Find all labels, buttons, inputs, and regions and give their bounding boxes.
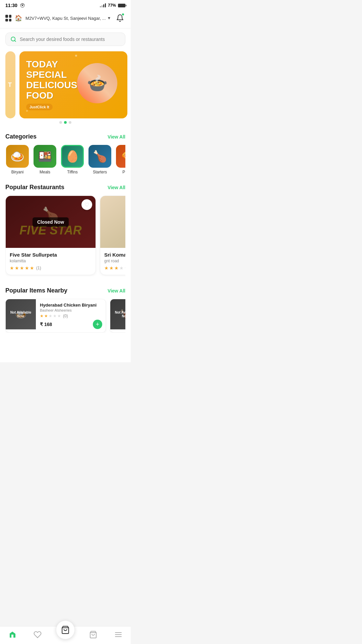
star-3: ★ [114, 265, 119, 271]
svg-line-3 [23, 4, 24, 5]
category-starters-img: 🍗 [88, 145, 111, 168]
search-icon [10, 36, 16, 42]
item-biryani-info: Hyderabad Chicken Biryani Basheer Alshee… [36, 299, 106, 332]
location-selector[interactable]: M2V7+WVQ, Kapu St, Sanjeevi Nagar, ... ▼ [25, 16, 111, 21]
dot-3 [69, 121, 71, 124]
signal-icon [100, 3, 106, 7]
star-4: ★ [25, 265, 29, 271]
battery-icon [118, 4, 125, 7]
star-3: ★ [20, 265, 24, 271]
category-pizza-img: 🍕 [116, 145, 125, 168]
not-available-overlay-2: Not Available Now [110, 299, 125, 329]
restaurant-fivestar-name: Five Star Sullurpeta [10, 252, 92, 258]
category-biryani[interactable]: 🍛 Biryani [5, 145, 29, 174]
popular-item-biryani[interactable]: 🍛 Not Available Now Hyderabad Chicken Bi… [5, 299, 106, 333]
star-2: ★ [109, 265, 114, 271]
category-biryani-img: 🍛 [6, 145, 29, 168]
grid-icon[interactable] [5, 15, 11, 21]
home-icon[interactable]: 🏠 [15, 14, 22, 22]
notification-badge [121, 13, 125, 16]
banner-brand: JustClick It [26, 104, 53, 110]
banner-section: T TODAY SPECIAL DELICIOUS FOOD JustClick… [0, 51, 131, 128]
star-1: ★ [10, 265, 14, 271]
restaurant-fivestar-img: 🍗 FIVE STAR Closed Now ♡ [6, 196, 96, 248]
location-text: M2V7+WVQ, Kapu St, Sanjeevi Nagar, ... [25, 16, 106, 21]
restaurants-header: Popular Restaurants View All [5, 184, 125, 191]
categories-list: 🍛 Biryani 🍱 Meals 🥚 Tiffins 🍗 Starters 🍕… [5, 145, 125, 176]
category-starters[interactable]: 🍗 Starters [88, 145, 112, 174]
category-pizza-label: Pizza [122, 170, 125, 174]
restaurant-fivestar-location: kolamitta [10, 259, 92, 263]
notification-button[interactable] [115, 12, 126, 24]
restaurant-fivestar-info: Five Star Sullurpeta kolamitta ★ ★ ★ ★ ★… [6, 248, 96, 275]
add-item-biryani-button[interactable]: + [93, 320, 102, 329]
popular-items-title: Popular Items Nearby [5, 287, 67, 294]
categories-header: Categories View All [5, 133, 125, 140]
categories-view-all[interactable]: View All [108, 134, 125, 140]
chrome-icon [20, 3, 25, 8]
search-bar[interactable] [5, 33, 125, 46]
not-available-text-1: Not Available Now [7, 311, 35, 318]
category-meals-img: 🍱 [34, 145, 56, 168]
item-biryani-price-row: ₹ 168 + [40, 320, 102, 329]
not-available-text-2: Not Available Now [112, 311, 125, 318]
restaurant-komala-info: Sri Komala Vilas gnt road ★ ★ ★ ★ ★ (0) [100, 248, 125, 275]
item-biryani-name: Hyderabad Chicken Biryani [40, 303, 102, 308]
categories-title: Categories [5, 133, 37, 140]
item-peri-img: 🍗 Not Available Now [110, 299, 125, 329]
category-pizza[interactable]: 🍕 Pizza [115, 145, 125, 174]
battery-percentage: 77% [108, 3, 116, 8]
banner-main[interactable]: TODAY SPECIAL DELICIOUS FOOD JustClick I… [19, 51, 127, 118]
restaurant-card-komala[interactable]: 🥘 Sri Komala Vilas gnt road ★ ★ ★ ★ ★ (0… [100, 196, 125, 275]
category-meals[interactable]: 🍱 Meals [33, 145, 57, 174]
restaurant-komala-name: Sri Komala Vilas [104, 252, 125, 258]
restaurants-title: Popular Restaurants [5, 184, 64, 191]
chevron-down-icon: ▼ [107, 16, 111, 20]
category-tiffins[interactable]: 🥚 Tiffins [60, 145, 84, 174]
restaurants-view-all[interactable]: View All [108, 185, 125, 190]
star-4-empty: ★ [119, 265, 124, 271]
star-5-empty: ★ [124, 265, 125, 271]
banner-scroll[interactable]: T TODAY SPECIAL DELICIOUS FOOD JustClick… [0, 51, 131, 118]
category-tiffins-label: Tiffins [67, 170, 77, 174]
banner-indicator [0, 118, 131, 125]
komala-background: 🥘 [100, 196, 125, 248]
restaurant-komala-img: 🥘 [100, 196, 125, 248]
banner-text: TODAY SPECIAL DELICIOUS FOOD JustClick I… [26, 59, 77, 110]
restaurants-list: 🍗 FIVE STAR Closed Now ♡ Five Star Sullu… [5, 196, 125, 276]
popular-items-list: 🍛 Not Available Now Hyderabad Chicken Bi… [5, 299, 125, 333]
popular-items-section: Popular Items Nearby View All 🍛 Not Avai… [0, 282, 131, 335]
restaurant-komala-location: gnt road [104, 259, 125, 263]
favorite-button-fivestar[interactable]: ♡ [81, 199, 92, 210]
category-starters-label: Starters [93, 170, 107, 174]
not-available-overlay-1: Not Available Now [6, 299, 36, 329]
popular-items-header: Popular Items Nearby View All [5, 287, 125, 294]
banner-food-image: 🍲 [77, 63, 121, 107]
popular-restaurants-section: Popular Restaurants View All 🍗 FIVE STAR… [0, 178, 131, 279]
svg-point-1 [21, 5, 23, 6]
restaurant-card-fivestar[interactable]: 🍗 FIVE STAR Closed Now ♡ Five Star Sullu… [5, 196, 96, 275]
status-bar: 11:30 77% [0, 0, 131, 9]
item-biryani-price: ₹ 168 [40, 322, 52, 327]
star-5-half: ★ [30, 265, 34, 271]
dot-1 [59, 121, 62, 124]
categories-section: Categories View All 🍛 Biryani 🍱 Meals 🥚 … [0, 128, 131, 178]
star-2: ★ [15, 265, 19, 271]
search-section [0, 29, 131, 51]
restaurant-fivestar-rating: ★ ★ ★ ★ ★ (1) [10, 265, 92, 271]
time-display: 11:30 [5, 3, 17, 8]
top-nav: 🏠 M2V7+WVQ, Kapu St, Sanjeevi Nagar, ...… [0, 9, 131, 29]
item-biryani-rating: ★ ★ ★ ★ ★ (0) [40, 314, 102, 318]
popular-item-peri[interactable]: 🍗 Not Available Now peri... Lov... ★ ★ ★… [110, 299, 125, 333]
closed-badge: Closed Now [33, 217, 69, 227]
search-input[interactable] [20, 37, 120, 42]
category-tiffins-img: 🥚 [61, 145, 84, 168]
category-meals-label: Meals [40, 170, 50, 174]
popular-items-view-all[interactable]: View All [108, 288, 125, 293]
star-1: ★ [104, 265, 109, 271]
item-biryani-img: 🍛 Not Available Now [6, 299, 36, 329]
restaurant-komala-rating: ★ ★ ★ ★ ★ (0) [104, 265, 125, 271]
dot-2 [64, 121, 67, 124]
category-biryani-label: Biryani [11, 170, 24, 174]
item-biryani-restaurant: Basheer Alsheeries [40, 308, 102, 312]
